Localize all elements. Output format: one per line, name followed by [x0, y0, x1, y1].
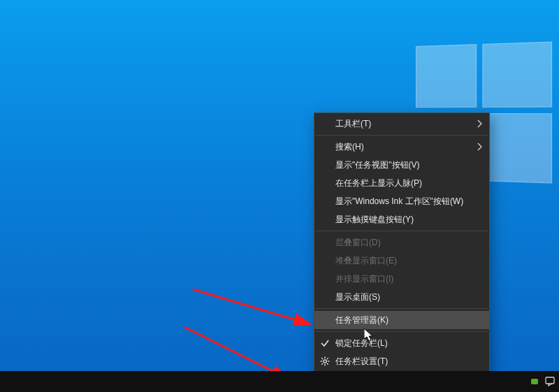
- taskbar-context-menu: 工具栏(T)搜索(H)显示"任务视图"按钮(V)在任务栏上显示人脉(P)显示"W…: [314, 112, 490, 372]
- menu-item-label: 显示桌面(S): [335, 291, 380, 303]
- svg-line-9: [193, 289, 310, 324]
- taskbar[interactable]: [0, 371, 559, 392]
- desktop[interactable]: 工具栏(T)搜索(H)显示"任务视图"按钮(V)在任务栏上显示人脉(P)显示"W…: [0, 0, 559, 392]
- menu-separator: [315, 308, 488, 309]
- menu-item-label: 在任务栏上显示人脉(P): [335, 177, 422, 189]
- svg-line-7: [327, 358, 328, 359]
- menu-item[interactable]: 任务栏设置(T): [314, 352, 489, 370]
- menu-item[interactable]: 显示"任务视图"按钮(V): [314, 156, 489, 174]
- svg-rect-11: [546, 377, 554, 384]
- menu-item: 并排显示窗口(I): [314, 270, 489, 288]
- menu-item-label: 显示"任务视图"按钮(V): [335, 159, 420, 171]
- system-tray[interactable]: [531, 371, 555, 392]
- check-icon: [320, 338, 330, 350]
- menu-item[interactable]: 显示"Windows Ink 工作区"按钮(W): [314, 192, 489, 210]
- menu-item-label: 工具栏(T): [335, 118, 371, 130]
- menu-item-label: 显示"Windows Ink 工作区"按钮(W): [335, 196, 463, 208]
- menu-separator: [315, 331, 488, 332]
- menu-item[interactable]: 工具栏(T): [314, 115, 489, 133]
- menu-item-label: 层叠窗口(D): [335, 237, 381, 249]
- menu-item[interactable]: 显示桌面(S): [314, 288, 489, 306]
- menu-item-label: 显示触摸键盘按钮(Y): [335, 214, 414, 226]
- menu-separator: [315, 231, 488, 231]
- menu-item[interactable]: 锁定任务栏(L): [314, 334, 489, 352]
- mouse-cursor-icon: [364, 328, 374, 342]
- menu-item[interactable]: 显示触摸键盘按钮(Y): [314, 210, 489, 228]
- svg-line-8: [321, 363, 323, 365]
- menu-item: 堆叠显示窗口(E): [314, 252, 489, 270]
- menu-item[interactable]: 在任务栏上显示人脉(P): [314, 174, 489, 192]
- svg-point-0: [324, 360, 326, 363]
- menu-item-label: 并排显示窗口(I): [335, 273, 393, 285]
- menu-item: 层叠窗口(D): [314, 233, 489, 252]
- menu-item-label: 锁定任务栏(L): [335, 337, 388, 349]
- chevron-right-icon: [477, 143, 482, 153]
- svg-line-6: [327, 363, 328, 365]
- menu-separator: [315, 135, 488, 136]
- gear-icon: [320, 356, 330, 368]
- menu-item-label: 堆叠显示窗口(E): [335, 255, 397, 267]
- menu-item-label: 任务栏设置(T): [335, 356, 388, 368]
- svg-line-5: [321, 358, 323, 359]
- menu-item[interactable]: 任务管理器(K): [314, 311, 489, 329]
- menu-item[interactable]: 搜索(H): [314, 138, 489, 156]
- chevron-right-icon: [477, 119, 482, 130]
- nvidia-indicator-icon[interactable]: [531, 379, 538, 384]
- menu-item-label: 任务管理器(K): [335, 314, 389, 326]
- menu-item-label: 搜索(H): [335, 141, 364, 153]
- action-center-icon[interactable]: [545, 377, 555, 386]
